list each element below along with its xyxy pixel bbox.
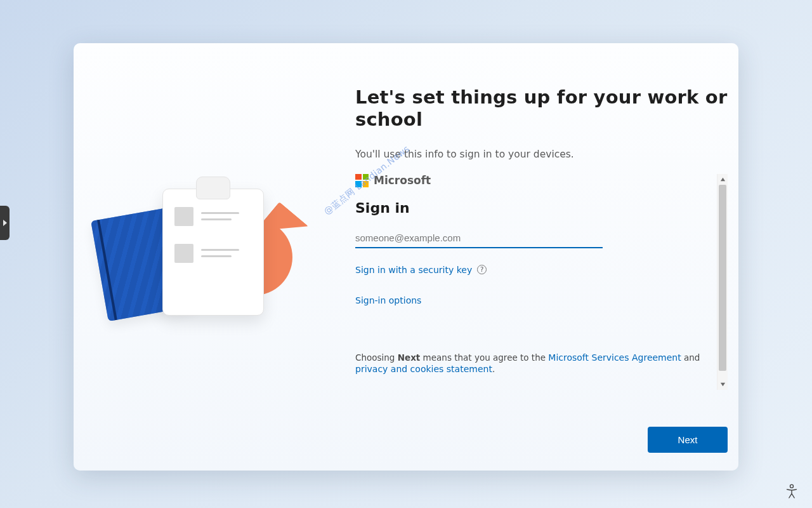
microsoft-logo-icon	[355, 174, 369, 187]
agreement-text: Choosing Next means that you agree to th…	[355, 352, 700, 376]
edge-tab[interactable]	[0, 206, 10, 240]
services-agreement-link[interactable]: Microsoft Services Agreement	[548, 352, 681, 363]
scrollbar[interactable]	[717, 174, 728, 390]
security-key-link[interactable]: Sign in with a security key	[355, 265, 472, 275]
page-subtitle: You'll use this info to sign in to your …	[355, 149, 728, 160]
setup-panel: Let's set things up for your work or sch…	[74, 43, 738, 471]
signin-options-link[interactable]: Sign-in options	[355, 295, 421, 305]
illustration-column	[74, 43, 315, 471]
svg-marker-1	[721, 382, 725, 385]
privacy-statement-link[interactable]: privacy and cookies statement	[355, 364, 492, 374]
svg-marker-0	[721, 177, 725, 180]
next-button[interactable]: Next	[648, 427, 728, 453]
svg-point-3	[790, 485, 794, 488]
page-title: Let's set things up for your work or sch…	[355, 86, 728, 131]
signin-area: Microsoft Sign in Sign in with a securit…	[355, 174, 728, 390]
signin-heading: Sign in	[355, 200, 700, 216]
brand-row: Microsoft	[355, 174, 700, 187]
help-icon[interactable]: ?	[477, 265, 487, 274]
email-input[interactable]	[355, 227, 603, 248]
scroll-down-button[interactable]	[717, 379, 728, 390]
svg-marker-2	[3, 220, 7, 226]
scroll-up-button[interactable]	[717, 174, 728, 185]
brand-name: Microsoft	[374, 174, 431, 187]
illustration	[74, 175, 315, 340]
accessibility-icon[interactable]	[785, 484, 798, 499]
scrollbar-thumb[interactable]	[719, 185, 726, 371]
chevron-right-icon	[3, 220, 7, 226]
content-column: Let's set things up for your work or sch…	[315, 43, 758, 471]
clipboard-clip-icon	[196, 177, 230, 199]
clipboard-icon	[162, 189, 264, 316]
scrollbar-track[interactable]	[717, 185, 728, 379]
